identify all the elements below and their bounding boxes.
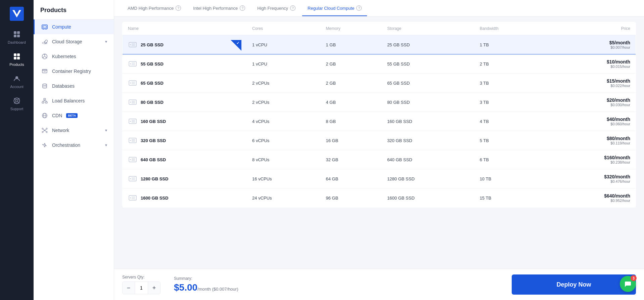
server-icon xyxy=(128,59,137,69)
nav-products[interactable]: Products xyxy=(0,48,34,71)
sidebar-item-cloud-storage[interactable]: Cloud Storage ▾ xyxy=(34,34,114,49)
cell-bandwidth: 3 TB xyxy=(474,93,546,112)
nav-support[interactable]: Support xyxy=(0,93,34,115)
svg-point-58 xyxy=(130,44,131,45)
col-header-price: Price xyxy=(546,22,636,35)
svg-point-23 xyxy=(44,54,45,55)
svg-point-44 xyxy=(42,128,43,129)
qty-minus-button[interactable]: − xyxy=(123,282,135,294)
tab-amd[interactable]: AMD High Performance ? xyxy=(122,0,186,16)
cell-price: $40/month $0.060/hour xyxy=(546,112,636,131)
tab-regular-help[interactable]: ? xyxy=(356,5,362,11)
qty-label: Servers Qty: xyxy=(122,275,160,280)
svg-line-48 xyxy=(43,129,44,130)
nav-account[interactable]: Account xyxy=(0,71,34,93)
cell-price: $320/month $0.476/hour xyxy=(546,169,636,188)
cell-storage: 1280 GB SSD xyxy=(382,169,474,188)
sidebar-item-kubernetes-label: Kubernetes xyxy=(52,54,76,59)
deploy-now-button[interactable]: Deploy Now xyxy=(512,274,636,295)
qty-controls: − 1 + xyxy=(122,282,160,294)
cell-price: $640/month $0.952/hour xyxy=(546,188,636,208)
svg-point-46 xyxy=(42,131,43,133)
server-plans-table: Name Cores Memory Storage Bandwidth Pric… xyxy=(122,22,636,208)
sidebar-item-load-balancers-label: Load Balancers xyxy=(52,98,85,103)
sidebar-item-container-registry[interactable]: Container Registry xyxy=(34,64,114,79)
summary-price-row: $5.00/month ($0.007/hour) xyxy=(174,282,238,293)
tab-amd-help[interactable]: ? xyxy=(176,5,181,11)
cell-cores: 24 vCPUs xyxy=(247,188,320,208)
svg-point-88 xyxy=(130,159,131,160)
cell-name: 1280 GB SSD xyxy=(123,169,247,188)
databases-icon xyxy=(41,83,48,89)
svg-point-43 xyxy=(44,130,45,131)
server-icon xyxy=(128,117,137,126)
tab-high-freq[interactable]: High Frequency ? xyxy=(252,0,301,16)
table-row[interactable]: 80 GB SSD 2 vCPUs 4 GB 80 GB SSD 3 TB $2… xyxy=(123,93,636,112)
cell-memory: 1 GB xyxy=(321,35,382,54)
tab-intel-help[interactable]: ? xyxy=(240,5,245,11)
sidebar-item-network-label: Network xyxy=(52,128,69,133)
cell-name: 80 GB SSD xyxy=(123,93,247,112)
table-row[interactable]: 1600 GB SSD 24 vCPUs 96 GB 1600 GB SSD 1… xyxy=(123,188,636,208)
sidebar-item-compute[interactable]: Compute xyxy=(34,19,114,34)
sidebar-item-databases[interactable]: Databases xyxy=(34,79,114,93)
server-icon xyxy=(128,40,137,49)
chat-badge: 3 xyxy=(631,275,637,281)
orchestration-icon xyxy=(41,142,48,148)
tab-regular-label: Regular Cloud Compute xyxy=(308,6,354,11)
table-row[interactable]: 65 GB SSD 2 vCPUs 2 GB 65 GB SSD 3 TB $1… xyxy=(123,74,636,93)
nav-dashboard[interactable]: Dashboard xyxy=(0,26,34,48)
table-row[interactable]: 640 GB SSD 8 vCPUs 32 GB 640 GB SSD 6 TB… xyxy=(123,150,636,169)
cell-storage: 65 GB SSD xyxy=(382,74,474,93)
cell-memory: 32 GB xyxy=(321,150,382,169)
sidebar-item-network[interactable]: Network ▾ xyxy=(34,123,114,138)
svg-line-55 xyxy=(43,145,44,145)
svg-point-32 xyxy=(43,84,47,86)
cell-cores: 2 vCPUs xyxy=(247,93,320,112)
cell-cores: 2 vCPUs xyxy=(247,74,320,93)
table-row[interactable]: 1280 GB SSD 16 vCPUs 64 GB 1280 GB SSD 1… xyxy=(123,169,636,188)
sidebar-item-kubernetes[interactable]: Kubernetes xyxy=(34,49,114,64)
tab-high-freq-help[interactable]: ? xyxy=(290,5,295,11)
table-row[interactable]: 25 GB SSD ✓ 1 vCPU 1 GB 25 GB SSD 1 TB $… xyxy=(123,35,636,54)
svg-rect-18 xyxy=(43,26,46,28)
nav-products-label: Products xyxy=(9,62,24,67)
svg-line-49 xyxy=(45,129,46,130)
kubernetes-icon xyxy=(41,53,48,60)
svg-point-83 xyxy=(130,140,131,141)
svg-rect-5 xyxy=(17,35,20,37)
sidebar-item-load-balancers[interactable]: Load Balancers xyxy=(34,93,114,108)
table-row[interactable]: 160 GB SSD 4 vCPUs 8 GB 160 GB SSD 4 TB … xyxy=(123,112,636,131)
svg-point-25 xyxy=(43,57,44,58)
chat-bubble[interactable]: 3 xyxy=(620,276,636,292)
sidebar-item-orchestration[interactable]: Orchestration ▾ xyxy=(34,138,114,153)
sidebar-item-cdn[interactable]: CDN BETA xyxy=(34,108,114,123)
tab-intel[interactable]: Intel High Performance ? xyxy=(188,0,250,16)
compute-icon xyxy=(41,24,48,30)
qty-section: Servers Qty: − 1 + xyxy=(122,275,160,294)
sidebar-item-container-registry-label: Container Registry xyxy=(52,69,91,74)
table-row[interactable]: 55 GB SSD 1 vCPU 2 GB 55 GB SSD 2 TB $10… xyxy=(123,54,636,74)
svg-rect-4 xyxy=(14,35,16,37)
sidebar-item-compute-label: Compute xyxy=(52,24,71,30)
cell-bandwidth: 1 TB xyxy=(474,35,546,54)
tab-intel-label: Intel High Performance xyxy=(193,6,238,11)
cdn-icon xyxy=(41,112,48,119)
account-icon xyxy=(13,75,21,83)
table-row[interactable]: 320 GB SSD 6 vCPUs 16 GB 320 GB SSD 5 TB… xyxy=(123,131,636,150)
logo-area xyxy=(0,4,34,26)
cell-memory: 64 GB xyxy=(321,169,382,188)
col-header-storage: Storage xyxy=(382,22,474,35)
svg-line-51 xyxy=(45,131,46,132)
cell-bandwidth: 6 TB xyxy=(474,150,546,169)
cell-name: 1600 GB SSD xyxy=(123,188,247,208)
tab-regular[interactable]: Regular Cloud Compute ? xyxy=(302,0,367,16)
tab-high-freq-label: High Frequency xyxy=(257,6,288,11)
summary-section: Summary: $5.00/month ($0.007/hour) xyxy=(174,276,238,293)
cell-memory: 8 GB xyxy=(321,112,382,131)
cell-memory: 16 GB xyxy=(321,131,382,150)
qty-plus-button[interactable]: + xyxy=(148,282,160,294)
cell-price: $160/month $0.238/hour xyxy=(546,150,636,169)
svg-point-52 xyxy=(44,144,46,146)
container-registry-icon xyxy=(41,68,48,75)
